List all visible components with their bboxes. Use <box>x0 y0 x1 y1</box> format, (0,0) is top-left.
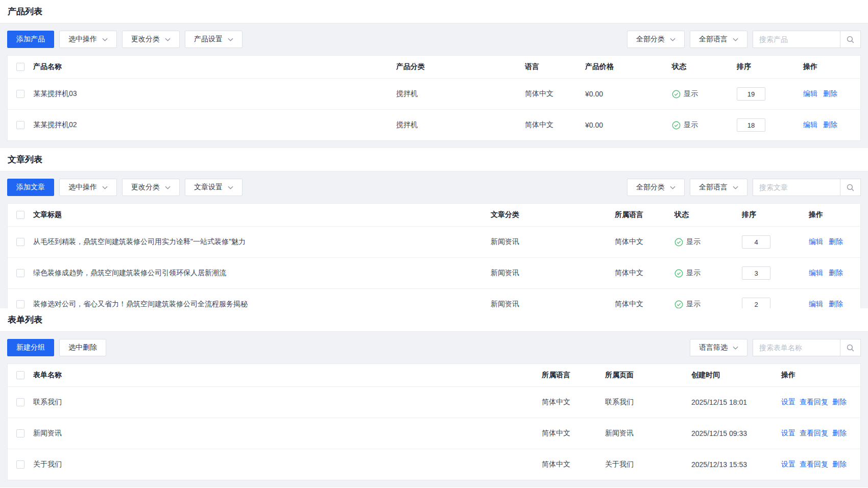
delete-link[interactable]: 删除 <box>829 237 843 247</box>
edit-link[interactable]: 编辑 <box>809 237 823 247</box>
check-circle-icon <box>672 90 681 99</box>
category-filter-label: 全部分类 <box>636 183 665 192</box>
cell-language: 简体中文 <box>542 429 605 438</box>
article-settings-label: 文章设置 <box>194 183 223 192</box>
language-filter-label: 语言筛选 <box>699 343 728 352</box>
language-filter-dropdown[interactable]: 全部语言 <box>690 179 748 196</box>
check-circle-icon <box>672 121 681 130</box>
row-checkbox[interactable] <box>16 90 25 98</box>
change-category-dropdown[interactable]: 更改分类 <box>122 31 180 48</box>
delete-link[interactable]: 删除 <box>823 89 837 99</box>
article-settings-dropdown[interactable]: 文章设置 <box>185 179 243 196</box>
form-search <box>753 339 861 356</box>
view-replies-link[interactable]: 查看回复 <box>800 460 828 469</box>
sort-input[interactable] <box>742 298 770 308</box>
cell-language: 简体中文 <box>615 300 674 308</box>
add-group-button[interactable]: 新建分组 <box>7 339 54 356</box>
row-checkbox[interactable] <box>16 429 25 437</box>
settings-link[interactable]: 设置 <box>781 460 795 469</box>
language-filter-dropdown[interactable]: 全部语言 <box>690 31 748 48</box>
sort-input[interactable] <box>737 118 765 132</box>
col-form-name: 表单名称 <box>33 371 542 380</box>
chevron-down-icon <box>670 186 676 189</box>
chevron-down-icon <box>733 38 738 41</box>
select-all-checkbox[interactable] <box>16 63 25 71</box>
select-all-checkbox[interactable] <box>16 371 25 379</box>
status-badge: 显示 <box>674 300 742 308</box>
col-ops: 操作 <box>803 62 860 71</box>
delete-link[interactable]: 删除 <box>829 300 843 308</box>
bulk-action-dropdown[interactable]: 选中操作 <box>59 31 117 48</box>
edit-link[interactable]: 编辑 <box>809 300 823 308</box>
cell-language: 简体中文 <box>542 398 605 407</box>
edit-link[interactable]: 编辑 <box>803 120 817 130</box>
cell-price: ¥0.00 <box>585 90 672 98</box>
bulk-action-dropdown[interactable]: 选中操作 <box>59 179 117 196</box>
col-ops: 操作 <box>809 210 860 219</box>
delete-link[interactable]: 删除 <box>832 429 847 438</box>
sort-input[interactable] <box>737 87 765 101</box>
delete-link[interactable]: 删除 <box>832 398 847 407</box>
col-status: 状态 <box>674 210 742 219</box>
col-product-category: 产品分类 <box>396 62 525 71</box>
add-article-button[interactable]: 添加文章 <box>7 179 54 196</box>
edit-link[interactable]: 编辑 <box>803 89 817 99</box>
sort-input[interactable] <box>742 235 770 249</box>
products-section-title: 产品列表 <box>0 0 868 23</box>
row-checkbox[interactable] <box>16 121 25 129</box>
table-row: 某某搅拌机02 搅拌机 简体中文 ¥0.00 显示 编辑 删除 <box>8 109 860 140</box>
cell-created: 2025/12/15 09:33 <box>691 429 781 437</box>
add-product-button[interactable]: 添加产品 <box>7 31 54 48</box>
article-search-input[interactable] <box>753 179 840 196</box>
product-settings-dropdown[interactable]: 产品设置 <box>185 31 243 48</box>
row-checkbox[interactable] <box>16 238 25 246</box>
cell-article-category: 新闻资讯 <box>491 237 615 247</box>
select-all-checkbox[interactable] <box>16 211 25 219</box>
cell-product-category: 搅拌机 <box>396 89 525 99</box>
product-search-button[interactable] <box>840 31 861 48</box>
language-filter-label: 全部语言 <box>699 35 728 44</box>
col-page: 所属页面 <box>605 371 691 380</box>
forms-table-header: 表单名称 所属语言 所属页面 创建时间 操作 <box>8 364 860 386</box>
category-filter-dropdown[interactable]: 全部分类 <box>627 179 685 196</box>
edit-link[interactable]: 编辑 <box>809 269 823 278</box>
settings-link[interactable]: 设置 <box>781 429 795 438</box>
cell-product-category: 搅拌机 <box>396 120 525 130</box>
delete-link[interactable]: 删除 <box>823 120 837 130</box>
check-circle-icon <box>674 269 683 278</box>
row-checkbox[interactable] <box>16 269 25 277</box>
row-checkbox[interactable] <box>16 398 25 406</box>
search-icon <box>846 35 855 44</box>
language-filter-dropdown[interactable]: 语言筛选 <box>690 339 748 356</box>
delete-link[interactable]: 删除 <box>829 269 843 278</box>
view-replies-link[interactable]: 查看回复 <box>800 398 828 407</box>
language-filter-label: 全部语言 <box>699 183 728 192</box>
articles-table-header: 文章标题 文章分类 所属语言 状态 排序 操作 <box>8 204 860 226</box>
cell-form-name: 关于我们 <box>33 460 542 469</box>
view-replies-link[interactable]: 查看回复 <box>800 429 828 438</box>
check-circle-icon <box>674 238 683 247</box>
articles-table: 文章标题 文章分类 所属语言 状态 排序 操作 从毛坯到精装，鼎筑空间建筑装修公… <box>7 203 861 308</box>
bulk-action-label: 选中操作 <box>68 35 97 44</box>
chevron-down-icon <box>733 186 738 189</box>
form-search-input[interactable] <box>753 339 840 356</box>
cell-language: 简体中文 <box>615 269 674 278</box>
row-checkbox[interactable] <box>16 460 25 469</box>
article-search-button[interactable] <box>840 179 861 196</box>
cell-page: 新闻资讯 <box>605 429 691 438</box>
change-category-dropdown[interactable]: 更改分类 <box>122 179 180 196</box>
products-panel: 添加产品 选中操作 更改分类 产品设置 全部分类 全部语言 <box>0 23 868 148</box>
col-status: 状态 <box>672 62 737 71</box>
form-search-button[interactable] <box>840 339 861 356</box>
cell-page: 关于我们 <box>605 460 691 469</box>
delete-link[interactable]: 删除 <box>832 460 847 469</box>
delete-selected-button[interactable]: 选中删除 <box>59 339 106 356</box>
cell-created: 2025/12/13 15:53 <box>691 460 781 469</box>
table-row: 装修选对公司，省心又省力！鼎筑空间建筑装修公司全流程服务揭秘 新闻资讯 简体中文… <box>8 288 860 308</box>
category-filter-dropdown[interactable]: 全部分类 <box>627 31 685 48</box>
settings-link[interactable]: 设置 <box>781 398 795 407</box>
product-search-input[interactable] <box>753 31 840 48</box>
row-checkbox[interactable] <box>16 300 25 308</box>
chevron-down-icon <box>102 38 108 41</box>
sort-input[interactable] <box>742 266 770 280</box>
